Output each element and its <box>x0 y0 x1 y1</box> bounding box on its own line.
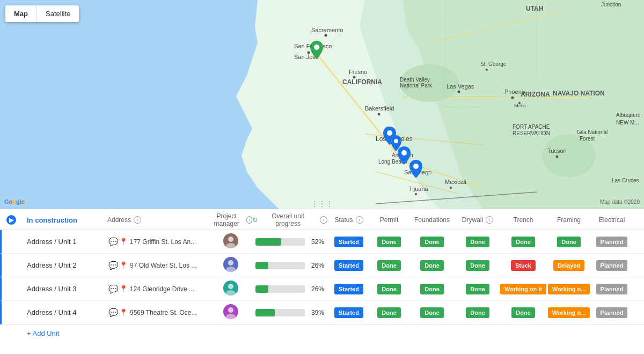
section-icon: ▶ <box>6 215 16 225</box>
row-status: Started <box>327 307 370 318</box>
row-electrical: Planned <box>590 237 633 247</box>
row-chat-icon[interactable]: 💬 <box>107 284 119 294</box>
row-framing: Working o... <box>547 307 590 318</box>
row-address: 📍 9569 Theatre St. Oce... <box>119 308 209 316</box>
svg-text:Phoenix: Phoenix <box>504 88 526 95</box>
col-header-foundations: Foundations <box>408 216 456 224</box>
satellite-view-button[interactable]: Satellite <box>37 5 79 22</box>
row-name: Address / Unit 2 <box>27 261 107 269</box>
avatar <box>223 281 238 296</box>
row-name: Address / Unit 1 <box>27 238 107 246</box>
col-header-electrical: Electrical <box>590 216 633 224</box>
row-progress: 26% <box>252 285 327 293</box>
row-drywall: Done <box>456 260 499 271</box>
row-chat-icon[interactable]: 💬 <box>107 237 119 247</box>
svg-text:Death Valley: Death Valley <box>400 77 430 83</box>
row-framing: Working o... <box>547 284 590 294</box>
svg-text:Junction: Junction <box>601 2 621 8</box>
svg-point-71 <box>228 237 233 242</box>
svg-text:Albuquerq: Albuquerq <box>616 112 641 118</box>
svg-text:UTAH: UTAH <box>526 5 543 12</box>
svg-point-74 <box>226 267 236 272</box>
svg-point-70 <box>394 139 398 143</box>
avatar <box>223 304 238 319</box>
row-foundations: Done <box>408 284 456 294</box>
svg-point-64 <box>387 130 392 136</box>
row-address: 📍 97 Old Water St. Los ... <box>119 261 209 269</box>
table-row: Address / Unit 1 💬 📍 177 Griffin St. Los… <box>0 230 644 254</box>
row-status: Started <box>327 237 370 247</box>
row-trench: Working on it <box>499 284 547 294</box>
svg-text:Tucson: Tucson <box>547 148 567 154</box>
table-section: ▶ In construction Address i Project mana… <box>0 209 644 342</box>
col-header-pm: Project manager i <box>209 212 252 227</box>
table-row: Address / Unit 2 💬 📍 97 Old Water St. Lo… <box>0 254 644 277</box>
address-info-icon[interactable]: i <box>134 216 141 224</box>
row-address: 📍 177 Griffin St. Los An... <box>119 238 209 246</box>
row-drywall: Done <box>456 237 499 247</box>
row-electrical: Planned <box>590 307 633 318</box>
svg-text:CALIFORNIA: CALIFORNIA <box>342 78 382 86</box>
drywall-info-icon[interactable]: i <box>486 216 493 224</box>
location-pin-icon: 📍 <box>119 308 128 316</box>
svg-text:Bakersfield: Bakersfield <box>365 105 394 112</box>
pm-info-icon[interactable]: i <box>246 216 252 224</box>
svg-point-18 <box>325 34 327 37</box>
row-progress: 26% <box>252 262 327 269</box>
row-name: Address / Unit 4 <box>27 308 107 316</box>
row-framing: Done <box>547 237 590 247</box>
svg-point-72 <box>226 243 236 248</box>
map-view-button[interactable]: Map <box>5 5 37 22</box>
svg-text:Mesa: Mesa <box>514 103 526 108</box>
row-permit: Done <box>370 284 408 294</box>
row-permit: Done <box>370 260 408 271</box>
svg-text:Tijuana: Tijuana <box>409 186 429 192</box>
section-title: In construction <box>27 216 107 224</box>
col-header-status: Status i <box>327 216 370 224</box>
svg-point-59 <box>486 69 488 71</box>
svg-point-36 <box>511 97 514 99</box>
row-foundations: Done <box>408 260 456 271</box>
row-drywall: Done <box>456 284 499 294</box>
svg-point-28 <box>458 91 460 93</box>
row-chat-icon[interactable]: 💬 <box>107 308 119 318</box>
row-progress: 39% <box>252 309 327 316</box>
svg-text:Las Vegas: Las Vegas <box>447 83 474 90</box>
svg-text:Fresno: Fresno <box>349 69 367 75</box>
map-drag-handle[interactable]: ⋮⋮⋮ <box>306 198 338 209</box>
svg-point-66 <box>401 150 407 156</box>
google-logo: Google <box>4 198 25 205</box>
location-pin-icon: 📍 <box>119 238 128 246</box>
svg-text:National Park: National Park <box>400 83 433 88</box>
add-unit-button[interactable]: + Add Unit <box>27 329 59 337</box>
table-row: Address / Unit 3 💬 📍 124 Glenridge Drive… <box>0 277 644 301</box>
row-drywall: Done <box>456 307 499 318</box>
svg-point-52 <box>450 187 452 189</box>
status-info-icon[interactable]: i <box>356 216 363 224</box>
svg-text:Forest: Forest <box>580 136 595 142</box>
progress-info-icon[interactable]: i <box>320 216 327 224</box>
row-foundations: Done <box>408 237 456 247</box>
row-chat-icon[interactable]: 💬 <box>107 261 119 270</box>
svg-point-78 <box>226 314 236 319</box>
row-trench: Done <box>499 307 547 318</box>
col-header-address: Address i <box>107 216 209 224</box>
svg-text:Las Cruces: Las Cruces <box>612 178 639 183</box>
location-pin-icon: 📍 <box>119 285 128 293</box>
col-header-permit: Permit <box>370 216 408 224</box>
row-permit: Done <box>370 307 408 318</box>
map-container: Sacramento San Francisco San Jose Fresno… <box>0 0 644 209</box>
avatar <box>223 233 238 248</box>
svg-text:Mexicali: Mexicali <box>445 179 466 185</box>
row-permit: Done <box>370 237 408 247</box>
row-trench: Done <box>499 237 547 247</box>
row-framing: Delayed <box>547 260 590 271</box>
row-progress: 52% <box>252 238 327 246</box>
svg-point-77 <box>228 307 233 313</box>
row-electrical: Planned <box>590 260 633 271</box>
svg-point-76 <box>226 290 236 296</box>
location-pin-icon: 📍 <box>119 261 128 269</box>
col-header-framing: Framing <box>547 216 590 224</box>
avatar <box>223 257 238 272</box>
svg-text:NEW M...: NEW M... <box>616 120 639 126</box>
